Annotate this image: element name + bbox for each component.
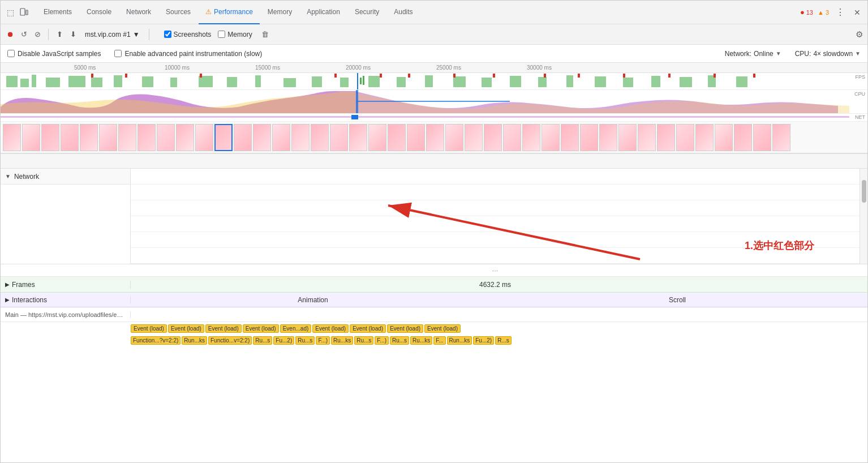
svg-rect-44 (753, 74, 755, 78)
timeline-ruler[interactable]: 5000 ms 10000 ms 15000 ms 20000 ms 25000… (1, 63, 867, 73)
svg-rect-48 (356, 90, 358, 114)
trash-icon[interactable]: 🗑 (261, 30, 269, 38)
memory-checkbox[interactable]: Memory (218, 31, 252, 38)
disable-js-checkbox[interactable]: Disable JavaScript samples (7, 50, 101, 58)
fps-row: FPS (1, 73, 867, 90)
svg-rect-8 (114, 75, 122, 87)
frames-label: ▶ Frames (1, 281, 131, 289)
warn-badge: ▲ 3 (818, 9, 829, 16)
scrollbar-thumb[interactable] (862, 180, 866, 203)
tab-console[interactable]: Console (80, 1, 118, 24)
svg-rect-41 (623, 74, 625, 78)
svg-rect-13 (255, 75, 261, 87)
tab-audits[interactable]: Audits (387, 1, 419, 24)
svg-rect-36 (408, 74, 410, 78)
svg-rect-15 (312, 76, 322, 87)
tab-application[interactable]: Application (300, 1, 347, 24)
screenshots-checkbox[interactable]: Screenshots (164, 31, 212, 38)
svg-rect-24 (566, 75, 573, 87)
ruler-15000: 15000 ms (255, 65, 280, 71)
upload-button[interactable]: ⬆ (54, 29, 65, 40)
svg-rect-38 (493, 74, 495, 78)
interactions-label: ▶ Interactions (1, 296, 131, 304)
svg-rect-46 (360, 78, 362, 84)
ruler-30000: 30000 ms (527, 65, 552, 71)
svg-rect-42 (668, 74, 671, 78)
func-row: Function...?v=2:2) Run...ks Functio...v=… (1, 335, 867, 346)
main-row: Main — https://mst.vip.com/uploadfiles/e… (1, 307, 867, 322)
func-right: Function...?v=2:2) Run...ks Functio...v=… (131, 336, 860, 345)
tab-performance[interactable]: ⚠ Performance (199, 1, 260, 24)
tab-elements[interactable]: Elements (37, 1, 79, 24)
network-row-4 (131, 216, 860, 232)
network-section: ▼ Network (1, 169, 867, 264)
event-chip-3: Event (load) (205, 324, 242, 333)
clear-button[interactable]: ⊘ (32, 29, 42, 40)
performance-warning-icon: ⚠ (205, 8, 212, 16)
ellipsis-row: ··· (1, 264, 867, 277)
func-chip-7: F...) (316, 336, 330, 345)
svg-rect-33 (200, 74, 202, 78)
options-right: Network: Online ▼ CPU: 4× slowdown ▼ (725, 50, 861, 58)
svg-rect-22 (510, 76, 521, 87)
network-row-3 (131, 200, 860, 216)
main-label: Main — https://mst.vip.com/uploadfiles/e… (1, 311, 131, 318)
detail-area: 14600 ms 14650 ms 14700 ms 14750 ms 1480… (1, 154, 867, 462)
svg-rect-32 (125, 74, 127, 78)
func-chip-12: Ru...ks (410, 336, 432, 345)
close-devtools-button[interactable]: ✕ (852, 6, 863, 19)
fps-label: FPS (855, 74, 865, 80)
func-chip-11: Ru...s (390, 336, 409, 345)
scrollbar[interactable] (860, 169, 867, 264)
tab-security[interactable]: Security (348, 1, 386, 24)
device-icon[interactable] (19, 7, 29, 18)
tab-sources[interactable]: Sources (159, 1, 197, 24)
separator2 (149, 29, 149, 40)
svg-rect-10 (170, 78, 177, 87)
tab-bar: ⬚ Elements Console Network Sources ⚠ Per… (1, 1, 867, 24)
cursor-icon[interactable]: ⬚ (5, 7, 15, 18)
svg-rect-0 (20, 8, 25, 15)
detail-ruler: 14600 ms 14650 ms 14700 ms 14750 ms 1480… (1, 154, 867, 169)
network-collapse-icon: ▼ (5, 173, 11, 179)
download-button[interactable]: ⬇ (68, 29, 78, 40)
annotation-text: 1.选中红色部分 (745, 239, 814, 252)
event-chip-7: Event (load) (350, 324, 386, 333)
network-throttle-select[interactable]: Network: Online ▼ (725, 50, 781, 58)
record-button[interactable]: ⏺ (5, 29, 15, 40)
svg-rect-31 (91, 74, 93, 78)
url-selector[interactable]: mst.vip.com #1 ▼ (81, 29, 143, 40)
svg-rect-9 (142, 76, 153, 87)
network-section-header[interactable]: ▼ Network (1, 169, 130, 185)
svg-rect-25 (595, 76, 606, 87)
func-chip-14: Run...ks (447, 336, 472, 345)
reload-record-button[interactable]: ↺ (19, 29, 29, 40)
svg-rect-27 (651, 76, 660, 87)
svg-rect-30 (736, 76, 747, 87)
tab-network[interactable]: Network (119, 1, 158, 24)
svg-rect-47 (363, 76, 364, 85)
svg-rect-1 (26, 10, 28, 15)
separator1 (48, 29, 49, 40)
frames-row: ▶ Frames 4632.2 ms (1, 277, 867, 293)
svg-rect-50 (1, 116, 357, 118)
svg-rect-40 (578, 74, 580, 78)
func-chip-13: F... (433, 336, 445, 345)
net-row: NET (1, 114, 867, 122)
svg-rect-21 (482, 78, 492, 87)
settings-button[interactable]: ⚙ (856, 29, 863, 40)
network-caret-icon: ▼ (776, 50, 781, 57)
svg-rect-20 (453, 76, 466, 87)
tab-memory[interactable]: Memory (261, 1, 299, 24)
cpu-label: CPU (854, 91, 865, 97)
enable-paint-checkbox[interactable]: Enable advanced paint instrumentation (s… (114, 50, 262, 58)
svg-rect-37 (453, 74, 456, 78)
more-menu-button[interactable]: ⋮ (833, 5, 847, 20)
frames-value: 4632.2 ms (131, 281, 860, 289)
svg-rect-12 (227, 77, 237, 87)
interactions-row: ▶ Interactions Animation Scroll (1, 293, 867, 307)
screenshots-row[interactable] (1, 122, 867, 153)
interactions-right: Animation Scroll (131, 296, 860, 304)
cpu-throttle-select[interactable]: CPU: 4× slowdown ▼ (795, 50, 861, 58)
animation-col: Animation (131, 296, 495, 304)
